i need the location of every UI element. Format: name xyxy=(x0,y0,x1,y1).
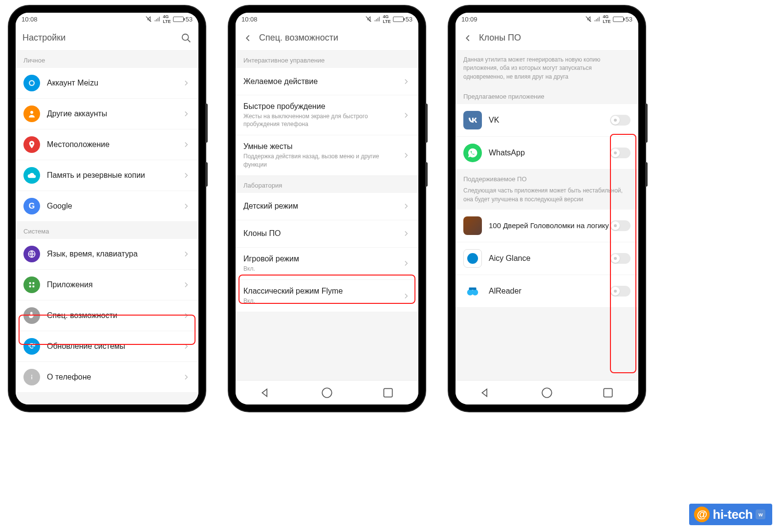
battery-icon xyxy=(393,17,404,22)
nav-home-button[interactable] xyxy=(541,386,553,399)
row-sublabel: Вкл. xyxy=(243,265,402,273)
app-label: Aicy Glance xyxy=(489,254,610,263)
row-label: Быстрое пробуждение xyxy=(243,102,402,111)
app-row-aicy[interactable]: Aicy Glance xyxy=(456,242,638,275)
app-row-vk[interactable]: VK xyxy=(456,104,638,137)
google-icon: G xyxy=(23,198,40,214)
apps-icon xyxy=(23,277,40,293)
vk-icon xyxy=(463,111,482,129)
row-label: Другие аккаунты xyxy=(47,109,182,118)
toggle-whatsapp[interactable] xyxy=(610,148,630,158)
battery-icon xyxy=(173,17,184,22)
row-label: Клоны ПО xyxy=(243,229,402,238)
section-header: Личное xyxy=(16,51,198,68)
svg-rect-11 xyxy=(31,377,32,380)
mute-icon xyxy=(585,16,592,22)
pin-icon xyxy=(23,136,40,153)
settings-row-update[interactable]: Обновление системы xyxy=(16,331,198,362)
chevron-right-icon xyxy=(182,342,191,351)
status-icons: 4GLTE 53 xyxy=(365,14,413,24)
row-label: Язык, время, клавиатура xyxy=(47,250,182,258)
network-icon: 4GLTE xyxy=(163,14,171,24)
row-label: Аккаунт Meizu xyxy=(47,79,182,87)
svg-rect-6 xyxy=(29,282,31,284)
status-bar: 10:08 4GLTE 53 xyxy=(236,13,418,25)
back-icon[interactable] xyxy=(242,33,253,43)
chevron-right-icon xyxy=(182,79,191,87)
toggle-doors[interactable] xyxy=(610,220,630,231)
app-label: VK xyxy=(489,116,610,125)
row-label: Желаемое действие xyxy=(243,77,402,86)
nav-back-button[interactable] xyxy=(260,386,272,399)
hand-icon xyxy=(23,307,40,324)
settings-row-accessibility[interactable]: Спец. возможности xyxy=(16,300,198,331)
settings-row-other-accounts[interactable]: Другие аккаунты xyxy=(16,99,198,129)
app-header: Спец. возможности xyxy=(236,25,418,51)
row-desired-action[interactable]: Желаемое действие xyxy=(236,68,418,95)
toggle-aicy[interactable] xyxy=(610,253,630,264)
clones-content: Данная утилита может генерировать новую … xyxy=(456,51,638,380)
svg-point-0 xyxy=(182,34,189,40)
chevron-right-icon xyxy=(182,202,191,211)
chevron-right-icon xyxy=(182,109,191,118)
settings-row-location[interactable]: Местоположение xyxy=(16,129,198,160)
svg-point-17 xyxy=(542,388,552,398)
watermark-text: hi-tech xyxy=(713,507,753,522)
app-label: AlReader xyxy=(489,287,610,296)
row-label: Классический режим Flyme xyxy=(243,287,402,296)
toggle-vk[interactable] xyxy=(610,115,630,126)
navigation-bar xyxy=(456,380,638,404)
row-label: Детский режим xyxy=(243,202,402,211)
row-label: О телефоне xyxy=(47,373,182,382)
settings-row-about[interactable]: О телефоне xyxy=(16,362,198,393)
row-quick-wake[interactable]: Быстрое пробуждениеЖесты на выключенном … xyxy=(236,95,418,135)
search-icon[interactable] xyxy=(181,33,192,43)
app-label: WhatsApp xyxy=(489,149,610,157)
settings-row-meizu-account[interactable]: Аккаунт Meizu xyxy=(16,68,198,99)
doors-icon xyxy=(463,216,482,235)
nav-recent-button[interactable] xyxy=(602,386,614,399)
settings-row-google[interactable]: G Google xyxy=(16,191,198,222)
refresh-icon xyxy=(23,338,40,355)
svg-point-4 xyxy=(31,143,33,145)
nav-recent-button[interactable] xyxy=(382,386,394,399)
page-title: Настройки xyxy=(22,33,175,43)
row-clones[interactable]: Клоны ПО xyxy=(236,220,418,248)
svg-point-10 xyxy=(31,375,32,376)
page-title: Клоны ПО xyxy=(479,33,631,43)
battery-icon xyxy=(613,17,624,22)
row-child-mode[interactable]: Детский режим xyxy=(236,193,418,220)
app-row-doors[interactable]: 100 Дверей Головоломки на логику xyxy=(456,210,638,242)
nav-back-button[interactable] xyxy=(479,386,492,399)
settings-row-backup[interactable]: Память и резервные копии xyxy=(16,160,198,191)
app-row-whatsapp[interactable]: WhatsApp xyxy=(456,137,638,170)
section-description: Следующая часть приложения может быть не… xyxy=(456,187,638,210)
cloud-icon xyxy=(23,167,40,184)
chevron-right-icon xyxy=(182,171,191,180)
settings-content: Личное Аккаунт Meizu Другие аккаунты Мес… xyxy=(16,51,198,404)
settings-row-language[interactable]: Язык, время, клавиатура xyxy=(16,239,198,270)
back-icon[interactable] xyxy=(462,33,473,43)
row-sublabel: Жесты на выключенном экране для быстрого… xyxy=(243,112,402,128)
navigation-bar xyxy=(236,380,418,404)
row-smart-gestures[interactable]: Умные жестыПоддержка действия назад, выз… xyxy=(236,135,418,175)
app-header: Настройки xyxy=(16,25,198,51)
section-header: Лаборатория xyxy=(236,176,418,193)
row-game-mode[interactable]: Игровой режимВкл. xyxy=(236,248,418,280)
watermark: @ hi-tech w xyxy=(689,504,772,525)
vk-badge-icon: w xyxy=(756,510,765,519)
page-description: Данная утилита может генерировать новую … xyxy=(456,51,638,87)
app-header: Клоны ПО xyxy=(456,25,638,51)
chevron-right-icon xyxy=(402,229,411,238)
nav-home-button[interactable] xyxy=(321,386,333,399)
svg-point-3 xyxy=(30,111,33,114)
row-label: Умные жесты xyxy=(243,142,402,151)
settings-row-apps[interactable]: Приложения xyxy=(16,270,198,300)
toggle-alreader[interactable] xyxy=(610,286,630,297)
row-classic-flyme[interactable]: Классический режим FlymeВкл. xyxy=(236,280,418,312)
svg-point-15 xyxy=(472,289,478,296)
mute-icon xyxy=(365,16,372,22)
app-row-alreader[interactable]: AlReader xyxy=(456,275,638,308)
app-label: 100 Дверей Головоломки на логику xyxy=(489,221,610,231)
at-icon: @ xyxy=(694,507,710,522)
